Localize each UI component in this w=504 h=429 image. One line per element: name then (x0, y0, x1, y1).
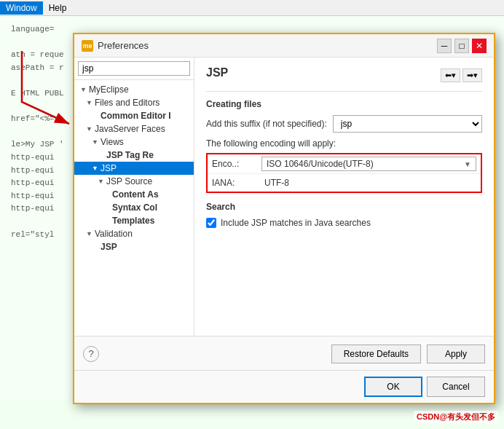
dialog-body: ▼ MyEclipse ▼ Files and Editors Common E… (74, 58, 494, 336)
dialog-footer: ? Restore Defaults Apply (74, 336, 494, 371)
spacer-icon (98, 151, 106, 159)
tree-search-area (74, 58, 194, 80)
help-button[interactable]: ? (83, 346, 99, 362)
encoding-row-encode: Enco..: ISO 10646/Unicode(UTF-8) ▼ (208, 154, 481, 174)
encoding-dropdown[interactable]: ISO 10646/Unicode(UTF-8) ▼ (261, 157, 476, 171)
encoding-key-label: Enco..: (212, 159, 256, 169)
tree-item-templates[interactable]: Templates (74, 214, 194, 227)
tree-item-syntax-col[interactable]: Syntax Col (74, 201, 194, 214)
tree-label: JSP (101, 163, 117, 173)
tree-label: MyEclipse (89, 84, 129, 95)
close-button[interactable]: ✕ (472, 39, 487, 53)
search-checkbox[interactable] (206, 218, 216, 228)
encoding-section: The following encoding will apply: Enco.… (206, 138, 482, 193)
expand-arrow-icon: ▼ (80, 86, 89, 93)
suffix-label: Add this suffix (if not specified): (206, 119, 327, 129)
content-panel: JSP ⬅▾ ➡▾ Creating files Add this suffix… (194, 58, 494, 336)
expand-arrow-icon: ▼ (92, 138, 101, 146)
menu-bar: Window Help (0, 0, 504, 16)
nav-forward-button[interactable]: ➡▾ (462, 68, 482, 82)
menu-help[interactable]: Help (43, 1, 73, 15)
expand-arrow-icon: ▼ (92, 165, 101, 172)
tree-item-common-editor[interactable]: Common Editor I (74, 109, 194, 122)
tree-item-views[interactable]: ▼ Views (74, 135, 194, 149)
tree-panel: ▼ MyEclipse ▼ Files and Editors Common E… (74, 58, 194, 336)
tree-item-validation-jsp[interactable]: JSP (74, 240, 194, 253)
apply-button[interactable]: Apply (427, 345, 485, 363)
spacer-icon (103, 204, 112, 211)
encoding-table: Enco..: ISO 10646/Unicode(UTF-8) ▼ IANA:… (206, 153, 482, 193)
suffix-select[interactable]: jsp (333, 115, 482, 133)
expand-arrow-icon: ▼ (98, 178, 106, 185)
spacer-icon (103, 191, 112, 198)
dialog-title: Preferences (98, 40, 149, 51)
tree-label: Views (101, 137, 124, 147)
nav-back-button[interactable]: ⬅▾ (441, 68, 460, 82)
tree-label: Files and Editors (95, 98, 160, 108)
tree-item-jsp[interactable]: ▼ JSP (74, 162, 194, 175)
tree-item-validation[interactable]: ▼ Validation (74, 227, 194, 240)
menu-window[interactable]: Window (0, 1, 43, 15)
tree-label: Content As (112, 189, 159, 200)
dialog-title-group: me Preferences (82, 40, 149, 52)
iana-value: UTF-8 (261, 176, 476, 189)
tree-label: Common Editor I (101, 111, 171, 121)
ok-button[interactable]: OK (364, 377, 422, 397)
tree-label: Validation (95, 229, 133, 239)
tree-item-content-as[interactable]: Content As (74, 188, 194, 201)
iana-label: IANA: (212, 178, 256, 188)
creating-files-section-title: Creating files (206, 99, 482, 109)
dialog-titlebar: me Preferences ─ □ ✕ (74, 34, 494, 58)
tree-item-jsp-source[interactable]: ▼ JSP Source (74, 175, 194, 188)
tree-label: Syntax Col (112, 202, 157, 213)
tree-label: JSP Tag Re (106, 150, 154, 160)
tree-label: JSP Source (106, 176, 152, 186)
spacer-icon (92, 112, 101, 119)
cancel-button[interactable]: Cancel (427, 377, 485, 397)
minimize-button[interactable]: ─ (437, 39, 452, 53)
footer-left: ? (83, 346, 99, 362)
tree-content: ▼ MyEclipse ▼ Files and Editors Common E… (74, 80, 194, 336)
tree-item-javaserver-faces[interactable]: ▼ JavaServer Faces (74, 122, 194, 135)
dropdown-arrow-icon: ▼ (464, 160, 471, 168)
watermark: CSDN@有头发但不多 (414, 411, 498, 423)
search-checkbox-row: Include JSP matches in Java searches (206, 218, 482, 228)
search-section: Search Include JSP matches in Java searc… (206, 202, 482, 228)
dialog-window-controls: ─ □ ✕ (437, 39, 487, 53)
restore-defaults-button[interactable]: Restore Defaults (331, 345, 421, 363)
suffix-row: Add this suffix (if not specified): jsp (206, 115, 482, 133)
preferences-dialog: me Preferences ─ □ ✕ ▼ MyEclipse ▼ Files… (73, 33, 495, 404)
expand-arrow-icon: ▼ (86, 230, 95, 237)
tree-label: Templates (112, 216, 154, 226)
tree-label: JavaServer Faces (95, 124, 165, 134)
tree-item-files-editors[interactable]: ▼ Files and Editors (74, 96, 194, 109)
expand-arrow-icon: ▼ (86, 99, 95, 106)
encoding-intro: The following encoding will apply: (206, 138, 482, 149)
dialog-app-icon: me (82, 40, 93, 52)
search-section-title: Search (206, 202, 482, 212)
tree-search-input[interactable] (78, 61, 190, 76)
footer-right: Restore Defaults Apply (331, 345, 485, 363)
maximize-button[interactable]: □ (454, 39, 469, 53)
tree-item-jsp-tag-re[interactable]: JSP Tag Re (74, 149, 194, 162)
encoding-row-iana: IANA: UTF-8 (208, 174, 481, 192)
encoding-value-text: ISO 10646/Unicode(UTF-8) (267, 159, 374, 169)
spacer-icon (92, 243, 101, 251)
tree-item-myeclipse[interactable]: ▼ MyEclipse (74, 83, 194, 96)
search-checkbox-label: Include JSP matches in Java searches (221, 218, 371, 228)
content-title: JSP (206, 66, 228, 84)
expand-arrow-icon: ▼ (86, 125, 95, 133)
tree-label: JSP (101, 242, 117, 252)
spacer-icon (103, 217, 112, 224)
